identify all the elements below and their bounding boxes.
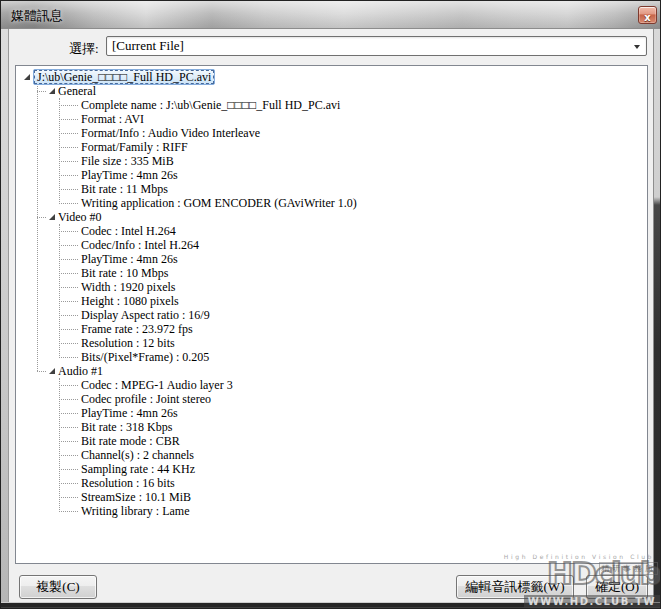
tree-item-label: Bit rate : 10 Mbps (81, 266, 168, 280)
tree-item[interactable]: Bit rate : 318 Kbps (16, 420, 647, 434)
tree-item[interactable]: PlayTime : 4mn 26s (16, 406, 647, 420)
tree-item-label: StreamSize : 10.1 MiB (81, 490, 191, 504)
tree-item-label: Codec : Intel H.264 (81, 224, 176, 238)
tree-item[interactable]: Format/Info : Audio Video Interleave (16, 126, 647, 140)
tree-item[interactable]: Resolution : 12 bits (16, 336, 647, 350)
tree-item-label: Display Aspect ratio : 16/9 (81, 308, 210, 322)
tree-item-label: Bits/(Pixel*Frame) : 0.205 (81, 350, 209, 364)
tree-item[interactable]: Codec : MPEG-1 Audio layer 3 (16, 378, 647, 392)
tree-item-label: Bit rate : 318 Kbps (81, 420, 172, 434)
tree-item-label: Writing library : Lame (81, 504, 189, 518)
tree-root-label: J:\ub\Genie_□□□□_Full HD_PC.avi (33, 69, 215, 85)
tree-item-label: Format/Info : Audio Video Interleave (81, 126, 260, 140)
tree-item-label: File size : 335 MiB (81, 154, 174, 168)
tree-item[interactable]: Bit rate : 10 Mbps (16, 266, 647, 280)
expand-collapse-icon[interactable] (49, 214, 55, 220)
tree-item-label: Bit rate mode : CBR (81, 434, 180, 448)
tree-item-label: Bit rate : 11 Mbps (81, 182, 168, 196)
tree-item-label: Sampling rate : 44 KHz (81, 462, 195, 476)
tree-item[interactable]: PlayTime : 4mn 26s (16, 252, 647, 266)
file-select-value: [Current File] (112, 38, 184, 54)
tree-item[interactable]: Codec : Intel H.264 (16, 224, 647, 238)
tree-item-label: PlayTime : 4mn 26s (81, 168, 178, 182)
tree-item-label: Format : AVI (81, 112, 144, 126)
tree-item[interactable]: Bit rate : 11 Mbps (16, 182, 647, 196)
dialog-client-area: 選擇: [Current File] J:\ub\Genie_□□□□_Full… (9, 29, 653, 602)
tree-item[interactable]: Resolution : 16 bits (16, 476, 647, 490)
tree-item[interactable]: StreamSize : 10.1 MiB (16, 490, 647, 504)
tree-section-video[interactable]: Video #0 (16, 210, 647, 224)
tree-item[interactable]: Writing library : Lame (16, 504, 647, 518)
chevron-down-icon[interactable] (634, 45, 640, 49)
expand-collapse-icon[interactable] (49, 368, 55, 374)
tree-item[interactable]: Width : 1920 pixels (16, 280, 647, 294)
edit-audio-tag-button[interactable]: 編輯音訊標籤(W) (456, 575, 574, 599)
tree-item[interactable]: Format : AVI (16, 112, 647, 126)
window-border-right (653, 29, 661, 609)
tree-item-label: Resolution : 16 bits (81, 476, 175, 490)
tree-section-general[interactable]: General (16, 84, 647, 98)
tree-item[interactable]: Sampling rate : 44 KHz (16, 462, 647, 476)
tree-item-label: Codec/Info : Intel H.264 (81, 238, 199, 252)
tree-item[interactable]: Complete name : J:\ub\Genie_□□□□_Full HD… (16, 98, 647, 112)
tree-item[interactable]: PlayTime : 4mn 26s (16, 168, 647, 182)
tree-item[interactable]: Bit rate mode : CBR (16, 434, 647, 448)
tree-item-label: PlayTime : 4mn 26s (81, 252, 178, 266)
select-label: 選擇: (69, 40, 99, 58)
window-title: 媒體訊息 (11, 7, 63, 25)
tree-item[interactable]: Bits/(Pixel*Frame) : 0.205 (16, 350, 647, 364)
tree-item-label: Height : 1080 pixels (81, 294, 179, 308)
tree-section-label: General (58, 84, 96, 98)
expand-collapse-icon[interactable] (49, 88, 55, 94)
tree-item-label: Writing application : GOM ENCODER (GAviW… (81, 196, 357, 210)
tree-item-label: Width : 1920 pixels (81, 280, 176, 294)
media-info-tree[interactable]: J:\ub\Genie_□□□□_Full HD_PC.avi General … (15, 65, 648, 564)
tree-section-audio[interactable]: Audio #1 (16, 364, 647, 378)
ok-button[interactable]: 確定(O) (586, 575, 648, 599)
tree-item-label: Channel(s) : 2 channels (81, 448, 194, 462)
window-border-bottom (1, 602, 660, 609)
close-icon: x (644, 10, 650, 26)
tree-section-label: Video #0 (58, 210, 102, 224)
tree-item[interactable]: Display Aspect ratio : 16/9 (16, 308, 647, 322)
window-border-left (1, 29, 9, 609)
tree-item[interactable]: Channel(s) : 2 channels (16, 448, 647, 462)
close-button[interactable]: x (638, 6, 657, 24)
titlebar[interactable]: 媒體訊息 x (1, 1, 660, 29)
tree-root-item[interactable]: J:\ub\Genie_□□□□_Full HD_PC.avi (16, 70, 647, 84)
tree-item-label: Resolution : 12 bits (81, 336, 175, 350)
tree-item[interactable]: Format/Family : RIFF (16, 140, 647, 154)
tree-item-label: Format/Family : RIFF (81, 140, 188, 154)
tree-item-label: Complete name : J:\ub\Genie_□□□□_Full HD… (81, 98, 340, 112)
tree-item[interactable]: Frame rate : 23.972 fps (16, 322, 647, 336)
tree-item[interactable]: Codec/Info : Intel H.264 (16, 238, 647, 252)
tree-item[interactable]: Writing application : GOM ENCODER (GAviW… (16, 196, 647, 210)
copy-button[interactable]: 複製(C) (19, 575, 97, 599)
tree-item[interactable]: Height : 1080 pixels (16, 294, 647, 308)
tree-section-label: Audio #1 (58, 364, 103, 378)
expand-collapse-icon[interactable] (24, 74, 30, 80)
media-info-dialog: 媒體訊息 x 選擇: [Current File] J:\ub\Genie_□□… (0, 0, 661, 609)
tree-item-label: PlayTime : 4mn 26s (81, 406, 178, 420)
tree-item[interactable]: File size : 335 MiB (16, 154, 647, 168)
file-select-dropdown[interactable]: [Current File] (106, 36, 647, 56)
tree-item-label: Codec : MPEG-1 Audio layer 3 (81, 378, 233, 392)
tree-item[interactable]: Codec profile : Joint stereo (16, 392, 647, 406)
tree-item-label: Frame rate : 23.972 fps (81, 322, 193, 336)
tree-item-label: Codec profile : Joint stereo (81, 392, 211, 406)
